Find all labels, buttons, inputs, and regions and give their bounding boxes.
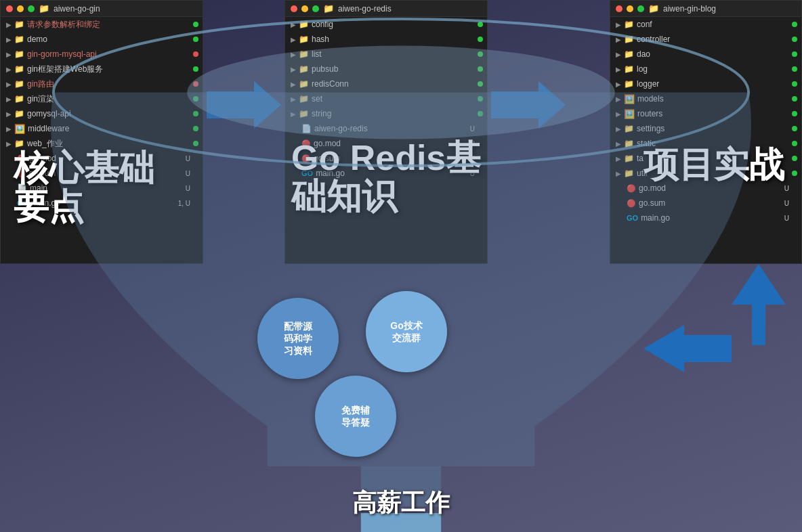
bottom-text-high-salary: 高薪工作 (0, 487, 802, 520)
svg-point-5 (187, 45, 614, 139)
funnel-graphic (0, 0, 802, 532)
circle-go-community: Go技术 交流群 (366, 291, 447, 372)
circle-source-code: 配带源 码和学 习资料 (257, 298, 339, 379)
circle-free-qa: 免费辅 导答疑 (315, 376, 396, 457)
